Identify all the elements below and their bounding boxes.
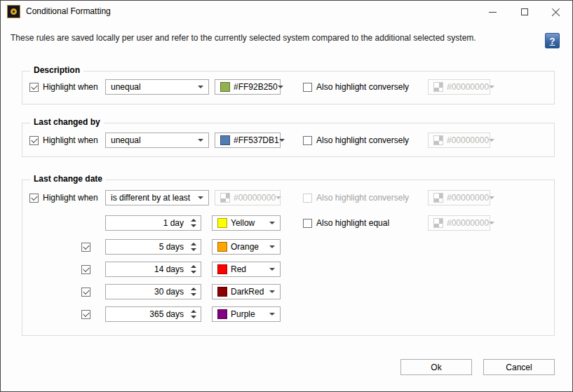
color-dropdown[interactable]: #FF92B250	[215, 79, 281, 95]
color-name: DarkRed	[231, 287, 264, 297]
ok-button-label: Ok	[431, 363, 441, 372]
checkbox[interactable]	[81, 310, 90, 319]
spin-up-icon[interactable]	[191, 288, 196, 290]
transparent-swatch	[433, 193, 443, 203]
checkbox-label: Highlight when	[43, 193, 98, 203]
cancel-button-label: Cancel	[506, 363, 532, 372]
chevron-down-icon	[276, 196, 281, 199]
chevron-down-icon	[269, 268, 275, 271]
also-highlight-conversely-checkbox[interactable]: Also highlight conversely	[303, 133, 409, 148]
threshold-enabled-checkbox[interactable]	[81, 306, 90, 322]
spin-down-icon[interactable]	[191, 248, 196, 251]
threshold-color-dropdown[interactable]: Orange	[212, 239, 281, 255]
window-title: Conditional Formatting	[26, 1, 111, 22]
app-logo-icon	[7, 5, 20, 18]
minimize-button[interactable]	[477, 1, 508, 22]
highlight-when-checkbox[interactable]: Highlight when	[29, 79, 98, 95]
transparent-swatch	[433, 218, 443, 228]
threshold-spinner[interactable]: 30 days	[105, 284, 201, 299]
also-highlight-conversely-checkbox[interactable]: Also highlight conversely	[303, 79, 409, 95]
highlight-when-checkbox[interactable]: Highlight when	[29, 133, 98, 148]
also-highlight-equal-checkbox[interactable]: Also highlight equal	[303, 215, 389, 231]
spinner-arrows[interactable]	[191, 285, 196, 299]
spinner-arrows[interactable]	[191, 240, 196, 254]
threshold-spinner[interactable]: 1 day	[105, 215, 201, 231]
spinner-value: 30 days	[154, 287, 184, 297]
checkbox-label: Also highlight conversely	[316, 135, 409, 145]
cancel-button[interactable]: Cancel	[483, 359, 555, 375]
info-text: These rules are saved locally per user a…	[11, 33, 476, 43]
color-value: #FF537DB1	[234, 135, 279, 145]
conversely-color-dropdown: #00000000	[428, 79, 490, 95]
gold-ring-icon	[11, 8, 17, 15]
color-dropdown[interactable]: #FF537DB1	[215, 133, 281, 148]
threshold-spinner[interactable]: 5 days	[105, 239, 201, 255]
group-last-change-date: Last change date Highlight when is diffe…	[22, 180, 555, 336]
spinner-arrows[interactable]	[191, 307, 196, 321]
checkbox[interactable]	[81, 265, 90, 274]
chevron-down-icon	[269, 245, 275, 248]
ok-button[interactable]: Ok	[400, 359, 472, 375]
checkbox	[303, 194, 312, 203]
window-controls	[477, 1, 572, 22]
equal-color-dropdown: #00000000	[428, 215, 490, 231]
spin-down-icon[interactable]	[191, 271, 196, 273]
checkbox[interactable]	[29, 83, 39, 92]
chevron-down-icon	[198, 139, 203, 142]
checkbox[interactable]	[29, 194, 39, 203]
chevron-down-icon	[198, 86, 203, 88]
threshold-color-dropdown[interactable]: Purple	[212, 306, 281, 322]
help-button[interactable]: ?	[545, 33, 560, 48]
color-swatch	[217, 287, 227, 297]
spin-up-icon[interactable]	[191, 265, 196, 268]
spin-up-icon[interactable]	[191, 310, 196, 313]
checkbox[interactable]	[81, 243, 90, 252]
highlight-when-checkbox[interactable]: Highlight when	[29, 190, 98, 205]
spinner-value: 5 days	[159, 242, 184, 252]
condition-dropdown[interactable]: unequal	[105, 133, 209, 148]
threshold-color-dropdown[interactable]: DarkRed	[212, 284, 281, 299]
transparent-swatch	[433, 135, 443, 145]
maximize-button[interactable]	[508, 1, 540, 22]
conversely-color-dropdown: #00000000	[428, 190, 490, 205]
spin-down-icon[interactable]	[191, 293, 196, 296]
checkbox[interactable]	[303, 136, 312, 145]
checkbox[interactable]	[303, 219, 312, 228]
color-name: Orange	[231, 242, 259, 252]
color-value: #00000000	[447, 82, 489, 92]
also-highlight-conversely-checkbox: Also highlight conversely	[303, 190, 409, 205]
spin-down-icon[interactable]	[191, 316, 196, 318]
threshold-color-dropdown[interactable]: Red	[212, 262, 281, 277]
help-icon: ?	[550, 36, 555, 46]
condition-dropdown[interactable]: unequal	[105, 79, 209, 95]
color-value: #00000000	[447, 135, 489, 145]
color-swatch	[217, 309, 227, 319]
spinner-arrows[interactable]	[191, 216, 196, 230]
chevron-down-icon	[489, 139, 494, 142]
threshold-enabled-checkbox[interactable]	[81, 284, 90, 299]
spinner-arrows[interactable]	[191, 262, 196, 276]
threshold-enabled-checkbox[interactable]	[81, 239, 90, 255]
threshold-spinner[interactable]: 365 days	[105, 306, 201, 322]
condition-dropdown[interactable]: is different by at least	[105, 190, 209, 205]
conditional-formatting-dialog: Conditional Formatting These rules are s…	[0, 0, 573, 392]
checkbox[interactable]	[81, 288, 90, 297]
threshold-enabled-checkbox[interactable]	[81, 262, 90, 277]
spin-down-icon[interactable]	[191, 224, 196, 227]
group-last-changed-by: Last changed by Highlight when unequal #…	[22, 123, 555, 157]
checkbox-label: Highlight when	[43, 135, 98, 145]
threshold-spinner[interactable]: 14 days	[105, 262, 201, 277]
color-swatch	[217, 218, 227, 228]
spin-up-icon[interactable]	[191, 243, 196, 245]
spinner-value: 14 days	[154, 264, 184, 274]
chevron-down-icon	[489, 86, 494, 88]
color-swatch	[220, 135, 230, 145]
close-button[interactable]	[540, 1, 572, 22]
checkbox[interactable]	[29, 136, 39, 145]
checkbox-label: Also highlight conversely	[316, 82, 409, 92]
chevron-down-icon	[489, 222, 494, 224]
threshold-color-dropdown[interactable]: Yellow	[212, 215, 281, 231]
chevron-down-icon	[279, 139, 285, 142]
checkbox[interactable]	[303, 83, 312, 92]
spin-up-icon[interactable]	[191, 219, 196, 222]
